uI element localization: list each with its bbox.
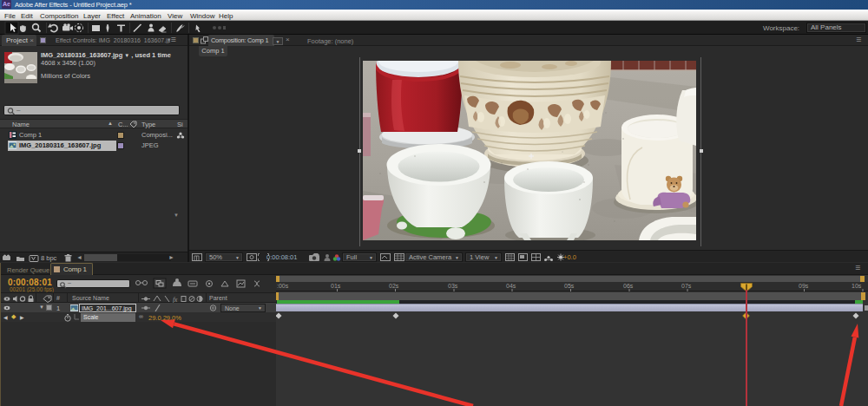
svg-text:fx: fx [173,295,178,303]
svg-text::00s: :00s [277,283,289,289]
svg-text:07s: 07s [681,283,692,289]
svg-text:03s: 03s [448,283,458,289]
svg-text:02s: 02s [389,283,399,289]
svg-text:10s: 10s [852,283,862,289]
svg-text:01s: 01s [331,283,341,289]
svg-text:06s: 06s [623,283,634,289]
svg-text:05s: 05s [564,283,575,289]
svg-text:04s: 04s [506,283,516,289]
svg-text:09s: 09s [799,283,809,289]
